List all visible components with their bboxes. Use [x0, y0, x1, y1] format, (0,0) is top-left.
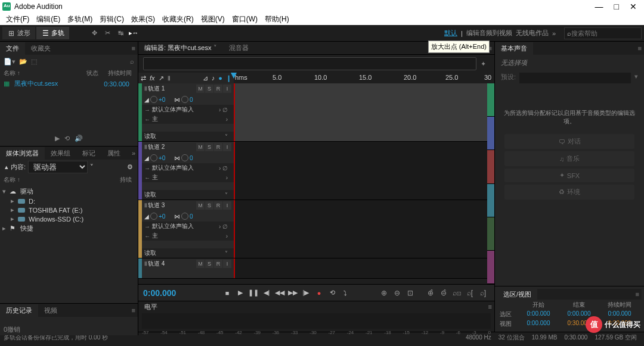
- menu-clip[interactable]: 剪辑(C): [96, 14, 128, 24]
- track-opt2-icon[interactable]: ♪: [212, 74, 215, 82]
- mixer-tab[interactable]: 混音器: [223, 42, 255, 54]
- stop-button[interactable]: ■: [221, 287, 234, 299]
- solo-button[interactable]: S: [205, 260, 213, 268]
- track-name[interactable]: 轨道 3: [148, 201, 194, 210]
- essential-type-button[interactable]: 🗨对话: [504, 134, 634, 149]
- record-arm-button[interactable]: R: [214, 260, 222, 268]
- maximize-button[interactable]: □: [614, 2, 619, 11]
- insert-icon[interactable]: ⬚: [31, 58, 37, 66]
- menu-effects[interactable]: 效果(S): [128, 14, 159, 24]
- workspace-default[interactable]: 默认: [444, 29, 457, 38]
- search-files-icon[interactable]: ⌕: [130, 58, 134, 65]
- preview-loop-icon[interactable]: ⟲: [64, 135, 70, 142]
- record-arm-button[interactable]: R: [214, 85, 222, 93]
- levels-tab[interactable]: 电平: [138, 301, 163, 313]
- tab-files[interactable]: 文件: [0, 42, 25, 55]
- track-input-row[interactable]: →默认立体声输入› ∅: [138, 105, 234, 114]
- track-color-bar[interactable]: [138, 83, 142, 141]
- preset-select[interactable]: [519, 73, 631, 83]
- solo-button[interactable]: S: [205, 201, 213, 210]
- eq-icon[interactable]: ⫴: [168, 74, 171, 82]
- track-bus-row[interactable]: ←主›: [138, 173, 234, 182]
- file-row[interactable]: ▦ 黑夜中cut.sesx 0:30.000: [0, 79, 138, 89]
- tab-effects[interactable]: 效果组: [45, 147, 76, 160]
- go-start-button[interactable]: ◀|: [260, 287, 273, 299]
- pan-knob[interactable]: [181, 213, 188, 220]
- track-lane[interactable]: [234, 258, 494, 278]
- track-input-row[interactable]: →默认立体声输入› ∅: [138, 222, 234, 231]
- record-arm-button[interactable]: R: [214, 201, 222, 210]
- sel-cell[interactable]: 0:00.000: [519, 310, 558, 319]
- pan-knob[interactable]: [181, 154, 188, 161]
- color-marker[interactable]: [487, 184, 494, 217]
- color-marker[interactable]: [487, 217, 494, 251]
- track-lane[interactable]: [234, 142, 494, 200]
- menu-view[interactable]: 视图(V): [197, 14, 228, 24]
- mute-button[interactable]: M: [196, 85, 205, 93]
- solo-button[interactable]: S: [205, 85, 213, 93]
- media-more[interactable]: »: [129, 149, 138, 157]
- tab-video[interactable]: 视频: [38, 304, 63, 317]
- slip-tool[interactable]: ↹: [114, 27, 126, 39]
- preview-play-icon[interactable]: ▶: [55, 135, 60, 142]
- input-monitor-button[interactable]: I: [223, 85, 231, 93]
- record-button[interactable]: ●: [312, 287, 326, 299]
- track-lane[interactable]: [234, 200, 494, 258]
- mute-button[interactable]: M: [196, 260, 205, 268]
- preview-auto-icon[interactable]: 🔊: [75, 135, 83, 142]
- color-marker[interactable]: [487, 117, 494, 150]
- workspace-radio[interactable]: 无线电作品: [516, 29, 549, 38]
- track-name[interactable]: 轨道 1: [148, 85, 194, 93]
- selection-menu[interactable]: ≡: [633, 291, 642, 298]
- levels-menu[interactable]: ≡: [486, 303, 494, 310]
- zoom-sel-icon[interactable]: ⌕⊡: [450, 289, 463, 297]
- col-duration[interactable]: 持续时间: [104, 69, 134, 77]
- workspace-video[interactable]: 编辑音频到视频: [466, 29, 512, 38]
- essential-type-button[interactable]: ✦SFX: [504, 169, 634, 182]
- menu-multitrack[interactable]: 多轨(M): [64, 14, 96, 24]
- editor-tab[interactable]: 编辑器: 黑夜中cut.sesx ˅: [138, 42, 223, 54]
- tab-essential-sound[interactable]: 基本声音: [495, 42, 533, 55]
- new-file-icon[interactable]: 📄▾: [4, 58, 16, 66]
- pan-knob[interactable]: [181, 96, 188, 103]
- settings-icon[interactable]: ⚙: [127, 163, 133, 171]
- volume-knob[interactable]: [150, 213, 157, 220]
- media-col-dur[interactable]: 持续: [104, 176, 134, 184]
- panel-menu-icon[interactable]: ≡: [129, 45, 138, 52]
- tab-selection[interactable]: 选区/视图: [497, 288, 537, 301]
- timecode[interactable]: 0:00.000: [143, 288, 221, 298]
- zoom-out-point-icon[interactable]: ⌕]: [476, 289, 490, 297]
- zoom-in-h-icon[interactable]: ⊕: [377, 289, 391, 297]
- mute-button[interactable]: M: [196, 143, 205, 151]
- input-monitor-button[interactable]: I: [223, 260, 231, 268]
- tab-markers[interactable]: 标记: [76, 147, 101, 160]
- minimize-button[interactable]: —: [595, 2, 603, 11]
- zoom-out-h-icon[interactable]: ⊖: [391, 289, 404, 297]
- go-end-button[interactable]: |▶: [299, 287, 312, 299]
- track-name[interactable]: 轨道 4: [148, 260, 194, 268]
- drive-select[interactable]: 驱动器: [28, 161, 88, 173]
- color-marker[interactable]: [487, 150, 494, 183]
- zoom-fit-icon[interactable]: ⊡: [404, 289, 417, 297]
- volume-knob[interactable]: [150, 96, 157, 103]
- input-monitor-button[interactable]: I: [223, 143, 231, 151]
- record-arm-button[interactable]: R: [214, 143, 222, 151]
- waveform-view-button[interactable]: ⊞波形: [2, 27, 35, 39]
- multitrack-view-button[interactable]: ☰多轨: [36, 27, 69, 39]
- track-color-bar[interactable]: [138, 200, 142, 258]
- razor-tool[interactable]: ✂: [101, 27, 113, 39]
- mute-button[interactable]: M: [196, 201, 205, 210]
- track-mode-row[interactable]: 读取˅: [138, 132, 234, 141]
- track-color-bar[interactable]: [138, 258, 142, 278]
- tab-properties[interactable]: 属性: [101, 147, 126, 160]
- sel-cell[interactable]: 0:00.000: [519, 320, 558, 328]
- open-file-icon[interactable]: 📂: [19, 58, 27, 66]
- menu-file[interactable]: 文件(F): [2, 14, 33, 24]
- tree-item[interactable]: ▸D:: [2, 197, 135, 205]
- menu-favorites[interactable]: 收藏夹(R): [159, 14, 197, 24]
- overview-tool-icon[interactable]: ✦: [476, 60, 490, 68]
- up-icon[interactable]: ▴: [5, 163, 8, 171]
- rewind-button[interactable]: ◀◀: [273, 287, 286, 299]
- tab-history[interactable]: 历史记录: [0, 304, 38, 317]
- skip-button[interactable]: ⤵: [339, 287, 352, 299]
